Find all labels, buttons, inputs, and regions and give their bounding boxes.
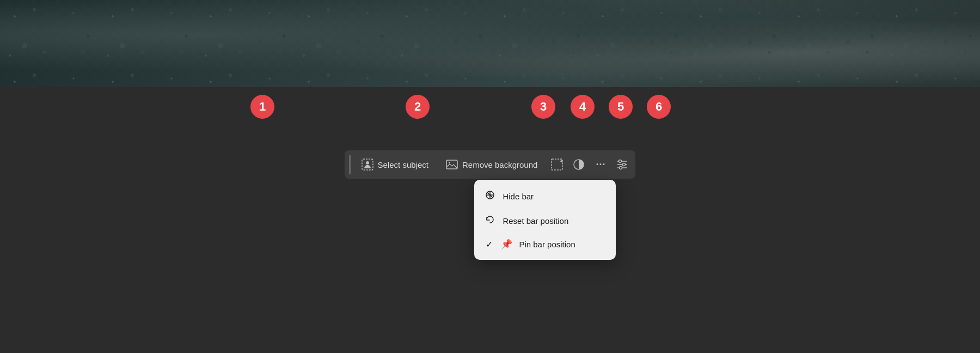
contrast-button[interactable]	[568, 154, 590, 175]
adjustments-icon	[616, 158, 629, 171]
svg-point-1	[366, 161, 369, 165]
hide-bar-label: Hide bar	[503, 192, 534, 201]
toolbar-separator	[349, 155, 351, 174]
hide-bar-icon	[484, 190, 496, 203]
contrast-icon	[572, 158, 585, 171]
badge-4: 4	[571, 95, 595, 119]
select-subject-icon	[362, 159, 373, 171]
selection-button[interactable]	[546, 154, 568, 175]
toolbar: Select subject Remove background	[345, 150, 636, 179]
selection-icon	[550, 158, 564, 171]
reset-bar-icon	[484, 214, 496, 228]
svg-rect-4	[552, 159, 562, 170]
dropdown-menu: Hide bar Reset bar position ✓ 📌	[474, 180, 616, 260]
svg-point-15	[619, 160, 622, 163]
select-subject-label: Select subject	[378, 160, 428, 169]
adjustments-button[interactable]	[611, 154, 633, 175]
more-dots: ···	[596, 159, 605, 171]
badge-6: 6	[647, 95, 671, 119]
remove-background-label: Remove background	[462, 160, 537, 169]
remove-background-icon	[446, 160, 458, 169]
svg-point-17	[620, 167, 622, 169]
menu-item-hide-bar[interactable]: Hide bar	[474, 184, 616, 209]
more-button[interactable]: ···	[590, 154, 611, 175]
pin-bar-label: Pin bar position	[519, 240, 575, 249]
svg-point-16	[623, 163, 626, 166]
background-photo	[0, 0, 980, 87]
pin-bar-icon: 📌	[500, 239, 512, 250]
badge-1: 1	[250, 95, 274, 119]
badge-3: 3	[531, 95, 555, 119]
remove-background-button[interactable]: Remove background	[437, 154, 546, 175]
badge-5: 5	[609, 95, 633, 119]
toolbar-area: 1 2 3 4 5 6 Select subject	[0, 87, 980, 353]
reset-bar-label: Reset bar position	[503, 216, 568, 226]
pin-bar-checkmark: ✓	[484, 239, 494, 249]
svg-rect-2	[446, 160, 457, 169]
select-subject-button[interactable]: Select subject	[353, 154, 437, 175]
more-button-wrapper: ··· Hide bar	[590, 154, 611, 175]
svg-point-3	[449, 162, 450, 163]
menu-item-pin-bar[interactable]: ✓ 📌 Pin bar position	[474, 233, 616, 255]
badge-2: 2	[406, 95, 430, 119]
menu-item-reset-bar[interactable]: Reset bar position	[474, 209, 616, 233]
